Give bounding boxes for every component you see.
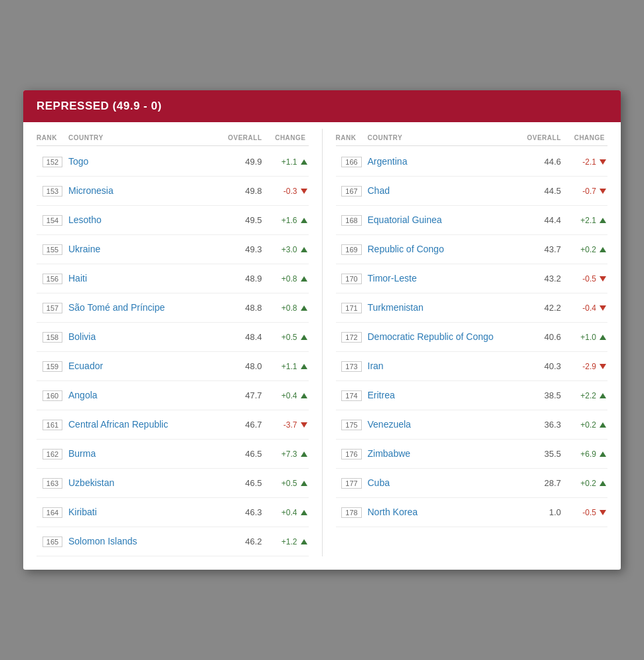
country-name[interactable]: Argentina (368, 155, 522, 167)
rank-cell: 165 (37, 536, 68, 547)
country-name[interactable]: Zimbabwe (368, 448, 522, 459)
country-name[interactable]: Togo (68, 155, 222, 167)
rank-cell: 168 (336, 215, 368, 226)
country-name[interactable]: Ukraine (68, 243, 222, 255)
rank-value: 162 (42, 449, 62, 459)
change-value: -0.7 (561, 187, 607, 196)
arrow-up-icon (301, 364, 307, 369)
country-name[interactable]: Central African Republic (68, 418, 222, 430)
change-value: +3.0 (262, 245, 309, 254)
change-value: -3.7 (262, 420, 309, 430)
overall-header-right: OVERALL (521, 134, 561, 141)
country-name[interactable]: North Korea (368, 506, 522, 518)
arrow-up-icon (301, 539, 307, 544)
country-name[interactable]: Timor-Leste (368, 272, 522, 284)
country-name[interactable]: Lesotho (68, 214, 222, 226)
rank-value: 164 (42, 507, 62, 518)
change-text: +1.1 (282, 157, 297, 167)
rank-cell: 163 (37, 478, 68, 489)
change-value: +7.3 (262, 450, 309, 459)
change-text: -0.5 (582, 274, 596, 284)
overall-score: 44.5 (521, 186, 561, 196)
rank-value: 178 (341, 507, 361, 518)
table-row: 162Burma46.5+7.3 (37, 440, 309, 469)
rank-cell: 156 (37, 274, 68, 284)
change-text: +6.9 (580, 450, 596, 459)
change-text: +0.2 (580, 479, 596, 488)
change-text: +2.1 (580, 216, 596, 225)
arrow-up-icon (301, 218, 307, 223)
rank-value: 158 (42, 332, 62, 343)
change-value: -0.5 (561, 508, 607, 517)
rank-cell: 164 (37, 507, 68, 518)
country-name[interactable]: Burma (68, 448, 222, 459)
country-name[interactable]: Chad (368, 185, 522, 197)
table-row: 168Equatorial Guinea44.4+2.1 (336, 206, 608, 235)
rank-cell: 175 (336, 420, 368, 430)
table-row: 160Angola47.7+0.4 (37, 381, 309, 410)
change-text: +1.2 (282, 537, 297, 546)
country-name[interactable]: Haiti (68, 272, 222, 284)
table-row: 158Bolivia48.4+0.5 (37, 323, 309, 352)
country-name[interactable]: Micronesia (68, 185, 222, 197)
overall-score: 48.9 (222, 274, 262, 284)
header-title: REPRESSED (49.9 - 0) (37, 100, 162, 112)
table-row: 154Lesotho49.5+1.6 (37, 206, 309, 235)
rank-value: 165 (42, 536, 62, 547)
country-header-right: COUNTRY (368, 134, 522, 141)
overall-score: 49.3 (222, 244, 262, 254)
overall-score: 48.4 (222, 332, 262, 342)
country-name[interactable]: Uzbekistan (68, 477, 222, 489)
country-name[interactable]: Cuba (368, 477, 522, 489)
overall-score: 46.5 (222, 449, 262, 459)
change-text: -2.1 (582, 157, 596, 167)
change-value: -2.1 (561, 157, 607, 167)
country-name[interactable]: Angola (68, 389, 222, 401)
country-name[interactable]: Venezuela (368, 418, 522, 430)
table-row: 169Republic of Congo43.7+0.2 (336, 235, 608, 264)
country-name[interactable]: Eritrea (368, 389, 522, 401)
country-name[interactable]: Bolivia (68, 331, 222, 343)
rank-value: 163 (42, 478, 62, 489)
table-row: 157São Tomé and Príncipe48.8+0.8 (37, 293, 309, 323)
rank-value: 153 (42, 186, 62, 197)
change-text: +0.8 (282, 303, 297, 313)
arrow-up-icon (600, 218, 606, 223)
rank-cell: 170 (336, 274, 368, 284)
rank-value: 159 (42, 361, 62, 372)
country-name[interactable]: Republic of Congo (368, 243, 522, 255)
change-text: +0.8 (282, 274, 297, 284)
arrow-up-icon (600, 422, 606, 428)
rank-value: 160 (42, 390, 62, 401)
country-name[interactable]: Ecuador (68, 360, 222, 372)
country-name[interactable]: Turkmenistan (368, 301, 522, 313)
country-name[interactable]: Equatorial Guinea (368, 214, 522, 226)
rank-value: 168 (341, 215, 361, 226)
country-header-left: COUNTRY (68, 134, 222, 141)
arrow-up-icon (301, 335, 307, 340)
rank-cell: 173 (336, 361, 368, 372)
overall-score: 49.8 (222, 186, 262, 196)
rank-cell: 158 (37, 332, 68, 343)
change-value: -0.5 (561, 274, 607, 284)
country-name[interactable]: Democratic Republic of Congo (368, 331, 522, 343)
overall-score: 48.8 (222, 303, 262, 313)
overall-score: 42.2 (521, 303, 561, 313)
table-row: 161Central African Republic46.7-3.7 (37, 410, 309, 440)
arrow-up-icon (600, 452, 606, 457)
table-row: 178North Korea1.0-0.5 (336, 498, 608, 527)
table-row: 177Cuba28.7+0.2 (336, 469, 608, 498)
rank-cell: 167 (336, 186, 368, 197)
change-value: +0.2 (561, 245, 607, 254)
overall-score: 46.5 (222, 478, 262, 488)
country-name[interactable]: Solomon Islands (68, 535, 222, 547)
right-rows: 166Argentina44.6-2.1167Chad44.5-0.7168Eq… (336, 147, 608, 527)
country-name[interactable]: Kiribati (68, 506, 222, 518)
country-name[interactable]: São Tomé and Príncipe (68, 301, 222, 313)
overall-score: 28.7 (521, 478, 561, 488)
rank-cell: 174 (336, 390, 368, 401)
arrow-down-icon (600, 276, 606, 282)
rank-value: 173 (341, 361, 361, 372)
country-name[interactable]: Iran (368, 360, 522, 372)
change-value: +0.8 (262, 274, 309, 284)
